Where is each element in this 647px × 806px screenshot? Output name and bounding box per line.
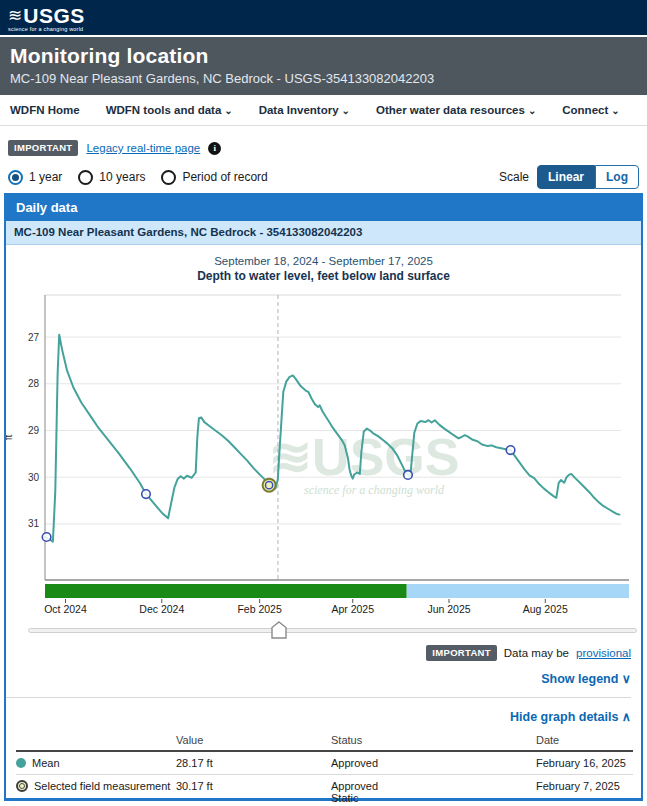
chart-date-range: September 18, 2024 - September 17, 2025 — [6, 255, 641, 267]
chevron-down-icon: ∨ — [622, 672, 631, 686]
y-tick-label: 30 — [28, 472, 40, 483]
page-title: Monitoring location — [10, 44, 647, 68]
usgs-logo-text: USGS — [23, 4, 85, 27]
main-nav: WDFN Home WDFN tools and data⌄ Data Inve… — [0, 95, 647, 126]
usgs-top-banner: ≋USGS science for a changing world — [0, 0, 647, 37]
y-tick-label: 31 — [28, 518, 40, 529]
important-badge: IMPORTANT — [426, 645, 496, 661]
selected-measurement-outer-ring[interactable] — [263, 479, 276, 492]
legacy-realtime-link[interactable]: Legacy real-time page — [86, 142, 200, 154]
daily-data-panel: Daily data MC-109 Near Pleasant Gardens,… — [4, 193, 643, 801]
provisional-note: IMPORTANT Data may be provisional — [6, 645, 631, 661]
chevron-down-icon: ⌄ — [342, 105, 350, 116]
time-range-controls: 1 year 10 years Period of record Scale L… — [8, 165, 639, 189]
info-icon[interactable]: i — [208, 142, 221, 155]
monitoring-location-id: MC-109 Near Pleasant Gardens, NC Bedrock… — [10, 71, 647, 86]
y-axis-unit-label: ft — [6, 435, 14, 441]
x-tick-label: Jun 2025 — [427, 603, 470, 615]
nav-wdfn-home[interactable]: WDFN Home — [10, 104, 80, 116]
time-range-radio-group: 1 year 10 years Period of record — [8, 170, 499, 185]
panel-title: Daily data — [6, 195, 641, 221]
provisional-data-bar — [407, 584, 629, 598]
col-header-value: Value — [176, 731, 331, 751]
radio-period-of-record[interactable]: Period of record — [161, 170, 267, 185]
time-cursor-slider — [6, 621, 641, 641]
y-tick-label: 27 — [28, 332, 40, 343]
chart-parameter-title: Depth to water level, feet below land su… — [6, 269, 641, 283]
usgs-tagline: science for a changing world — [8, 27, 647, 33]
approved-data-bar — [45, 584, 407, 598]
nav-wdfn-tools[interactable]: WDFN tools and data⌄ — [106, 104, 233, 116]
y-tick-label: 28 — [28, 378, 40, 389]
chevron-down-icon: ⌄ — [528, 105, 536, 116]
table-row-mean: Mean 28.17 ft Approved February 16, 2025 — [16, 751, 633, 775]
field-measurement-marker[interactable] — [142, 490, 151, 499]
x-tick-label: Aug 2025 — [523, 603, 568, 615]
hide-graph-details-toggle-top[interactable]: Hide graph details ∧ — [510, 710, 631, 724]
provisional-link[interactable]: provisional — [576, 647, 631, 659]
show-legend-toggle[interactable]: Show legend ∨ — [541, 672, 631, 686]
slider-handle[interactable] — [271, 621, 287, 639]
radio-1-year[interactable]: 1 year — [8, 170, 62, 185]
selected-status: Approved Static — [331, 775, 536, 806]
chevron-up-icon: ∧ — [622, 710, 631, 724]
col-header-status: Status — [331, 731, 536, 751]
chevron-down-icon: ⌄ — [224, 105, 232, 116]
nav-other-water-data[interactable]: Other water data resources⌄ — [376, 104, 536, 116]
scale-label: Scale — [499, 170, 529, 184]
selected-measurement-icon — [16, 780, 28, 792]
table-header-row: Value Status Date — [16, 731, 633, 751]
x-tick-label: Apr 2025 — [331, 603, 374, 615]
slider-track[interactable] — [28, 628, 637, 633]
radio-10-years[interactable]: 10 years — [78, 170, 145, 185]
field-measurement-marker[interactable] — [42, 533, 51, 542]
mean-date: February 16, 2025 — [536, 751, 633, 775]
field-measurement-marker[interactable] — [404, 471, 413, 480]
scale-linear-button[interactable]: Linear — [537, 165, 595, 189]
selected-date: February 7, 2025 — [536, 775, 633, 806]
radio-unselected-icon — [161, 170, 176, 185]
scale-log-button[interactable]: Log — [595, 165, 639, 189]
table-row-selected-measurement: Selected field measurement 30.17 ft Appr… — [16, 775, 633, 806]
x-tick-label: Oct 2024 — [44, 603, 87, 615]
field-measurement-marker[interactable] — [506, 446, 515, 455]
important-badge: IMPORTANT — [8, 140, 78, 156]
selected-value: 30.17 ft — [176, 775, 331, 806]
usgs-wave-icon: ≋ — [8, 6, 22, 25]
radio-selected-icon — [8, 170, 23, 185]
nav-data-inventory[interactable]: Data Inventory⌄ — [259, 104, 350, 116]
mean-series-icon — [16, 758, 26, 768]
radio-unselected-icon — [78, 170, 93, 185]
x-tick-label: Dec 2024 — [139, 603, 184, 615]
location-band: Monitoring location MC-109 Near Pleasant… — [0, 37, 647, 95]
panel-site-name: MC-109 Near Pleasant Gardens, NC Bedrock… — [6, 221, 641, 245]
usgs-watermark-tagline: science for a changing world — [304, 483, 445, 497]
x-tick-label: Feb 2025 — [237, 603, 282, 615]
y-tick-label: 29 — [28, 425, 40, 436]
chevron-down-icon: ⌄ — [611, 105, 619, 116]
col-header-date: Date — [536, 731, 633, 751]
nav-connect[interactable]: Connect⌄ — [562, 104, 619, 116]
graph-details-table: Value Status Date Mean 28.17 ft Approved… — [16, 731, 633, 806]
scale-toggle-group: Scale Linear Log — [499, 165, 639, 189]
mean-status: Approved — [331, 751, 536, 775]
usgs-logo[interactable]: ≋USGS science for a changing world — [8, 5, 647, 33]
mean-value: 28.17 ft — [176, 751, 331, 775]
legacy-alert-row: IMPORTANT Legacy real-time page i — [8, 140, 647, 156]
hydrograph-chart[interactable]: 2728293031≋USGSscience for a changing wo… — [6, 287, 637, 619]
